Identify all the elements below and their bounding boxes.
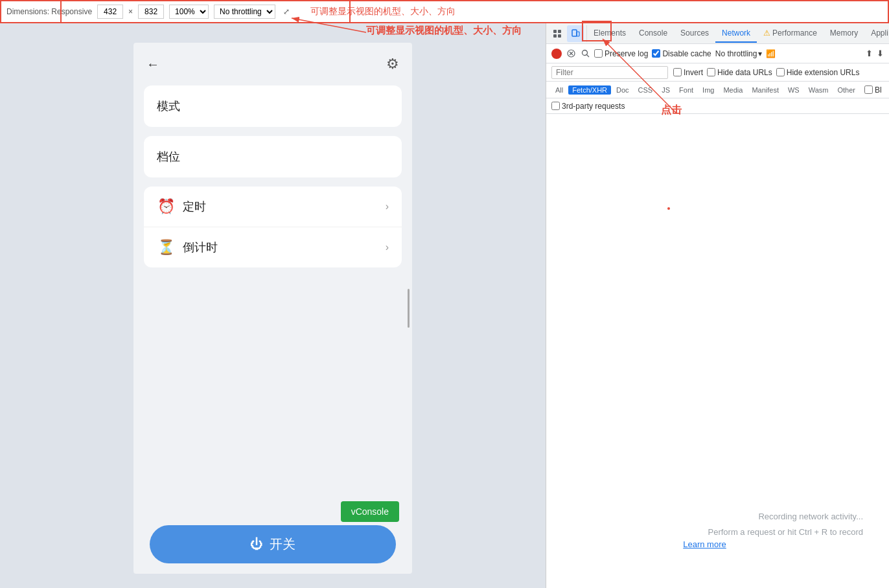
svg-rect-2: [553, 34, 557, 38]
gear-label: 档位: [157, 150, 180, 163]
tab-console[interactable]: Console: [632, 25, 674, 43]
menu-card-mode[interactable]: 模式: [144, 85, 402, 127]
filter-wasm[interactable]: Wasm: [805, 85, 833, 95]
filter-img[interactable]: Img: [698, 85, 718, 95]
disable-cache-checkbox[interactable]: Disable cache: [652, 49, 711, 58]
svg-rect-5: [577, 32, 579, 36]
timer-card: ⏰ 定时 › ⏳ 倒计时 ›: [144, 187, 402, 267]
throttle-chevron: ▾: [758, 49, 762, 58]
third-party-row: 3rd-party requests: [546, 98, 889, 114]
filter-fetch-xhr[interactable]: Fetch/XHR: [568, 85, 611, 95]
filter-css[interactable]: CSS: [634, 85, 657, 95]
third-party-input[interactable]: [551, 102, 560, 110]
zoom-select[interactable]: 100% 75% 50%: [169, 5, 209, 19]
power-label: 开关: [270, 536, 295, 553]
throttle-dropdown[interactable]: No throttling ▾: [715, 49, 763, 58]
power-btn-area: ⏻ 开关: [150, 525, 396, 563]
disable-cache-input[interactable]: [652, 49, 660, 58]
bi-checkbox[interactable]: Bl: [864, 85, 882, 95]
invert-input[interactable]: [673, 68, 682, 76]
rotate-icon[interactable]: ⤢: [281, 6, 292, 17]
tab-elements[interactable]: Elements: [587, 25, 632, 43]
timer-arrow: ›: [386, 201, 389, 212]
recording-text: Recording network activity...: [546, 509, 863, 524]
timer-icon: ⏰: [157, 198, 175, 215]
scroll-indicator: [408, 289, 410, 328]
power-button[interactable]: ⏻ 开关: [150, 525, 396, 563]
filter-manifest[interactable]: Manifest: [748, 85, 783, 95]
main-area: ← ⚙ 模式 档位 ⏰ 定时 › ⏳ 倒计时: [0, 23, 889, 588]
filter-all[interactable]: All: [551, 85, 567, 95]
annotation-text: 可调整显示视图的机型、大小、方向: [310, 6, 456, 17]
width-input[interactable]: [97, 5, 123, 19]
filter-input[interactable]: [551, 66, 668, 79]
x-separator: ×: [128, 7, 133, 16]
network-status-area: Recording network activity... Perform a …: [546, 509, 889, 539]
preserve-log-input[interactable]: [594, 49, 603, 58]
mobile-frame: ← ⚙ 模式 档位 ⏰ 定时 › ⏳ 倒计时: [133, 43, 412, 574]
tab-memory[interactable]: Memory: [824, 25, 864, 43]
bi-input[interactable]: [864, 85, 873, 94]
filter-doc[interactable]: Doc: [612, 85, 633, 95]
learn-more-link[interactable]: Learn more: [683, 539, 752, 549]
network-content: Recording network activity... Perform a …: [546, 114, 889, 588]
countdown-row[interactable]: ⏳ 倒计时 ›: [144, 227, 402, 267]
record-button[interactable]: [551, 49, 562, 59]
hide-ext-urls-input[interactable]: [776, 68, 785, 76]
timer-row[interactable]: ⏰ 定时 ›: [144, 187, 402, 227]
mode-label: 模式: [157, 100, 180, 113]
filter-ws[interactable]: WS: [784, 85, 803, 95]
height-input[interactable]: [138, 5, 164, 19]
vconsole-button[interactable]: vConsole: [341, 501, 399, 522]
svg-point-9: [582, 51, 587, 56]
power-icon: ⏻: [250, 537, 263, 552]
tab-network[interactable]: Network: [715, 25, 757, 43]
import-icon[interactable]: ⬆: [866, 49, 873, 58]
menu-card-gear[interactable]: 档位: [144, 136, 402, 177]
export-icon[interactable]: ⬇: [877, 49, 884, 58]
filter-other[interactable]: Other: [833, 85, 859, 95]
tab-sources[interactable]: Sources: [674, 25, 715, 43]
devtools-icon-row: [546, 25, 587, 42]
preserve-log-checkbox[interactable]: Preserve log: [594, 49, 648, 58]
clear-button[interactable]: [566, 49, 576, 59]
hide-data-urls-checkbox[interactable]: Hide data URLs: [707, 68, 772, 77]
svg-rect-1: [558, 30, 561, 33]
countdown-icon: ⏳: [157, 239, 175, 256]
tab-performance[interactable]: ⚠Performance: [757, 25, 824, 43]
countdown-arrow: ›: [386, 242, 389, 253]
invert-checkbox[interactable]: Invert: [673, 68, 703, 77]
filter-types-bar: All Fetch/XHR Doc CSS JS Font Img Media …: [546, 82, 889, 98]
inspect-icon[interactable]: [549, 25, 566, 42]
network-toolbar: Preserve log Disable cache No throttling…: [546, 44, 889, 63]
devtools-top-row: Elements Console Sources Network ⚠Perfor…: [546, 23, 889, 44]
dimensions-label: Dimensions: Responsive: [6, 7, 92, 16]
hide-data-urls-input[interactable]: [707, 68, 715, 76]
throttle-select[interactable]: No throttling Fast 3G Slow 3G: [214, 5, 275, 19]
top-toolbar: Dimensions: Responsive × 100% 75% 50% No…: [0, 0, 889, 23]
svg-rect-0: [553, 30, 557, 33]
filter-media[interactable]: Media: [719, 85, 746, 95]
device-toggle-icon[interactable]: [567, 25, 584, 42]
filter-bar: Invert Hide data URLs Hide extension URL…: [546, 63, 889, 82]
countdown-label: 倒计时: [183, 240, 378, 255]
filter-font[interactable]: Font: [675, 85, 697, 95]
filter-js[interactable]: JS: [658, 85, 674, 95]
devtools-panel: Elements Console Sources Network ⚠Perfor…: [546, 23, 889, 588]
back-button[interactable]: ←: [146, 57, 159, 72]
hide-ext-urls-checkbox[interactable]: Hide extension URLs: [776, 68, 860, 77]
tab-appli[interactable]: Appli: [864, 25, 889, 43]
wifi-icon: 📶: [766, 49, 776, 58]
filter-options: Invert Hide data URLs Hide extension URL…: [673, 68, 859, 77]
svg-rect-4: [572, 30, 577, 36]
search-button[interactable]: [580, 49, 590, 59]
timer-label: 定时: [183, 199, 378, 214]
left-panel: ← ⚙ 模式 档位 ⏰ 定时 › ⏳ 倒计时: [0, 23, 546, 588]
svg-rect-3: [558, 34, 561, 38]
mobile-header: ← ⚙: [144, 56, 402, 73]
svg-line-10: [586, 55, 589, 58]
hint-text: Perform a request or hit Ctrl + R to rec…: [546, 525, 863, 539]
third-party-checkbox[interactable]: 3rd-party requests: [551, 102, 625, 111]
settings-icon[interactable]: ⚙: [386, 56, 399, 73]
bi-label: Bl: [875, 85, 882, 95]
